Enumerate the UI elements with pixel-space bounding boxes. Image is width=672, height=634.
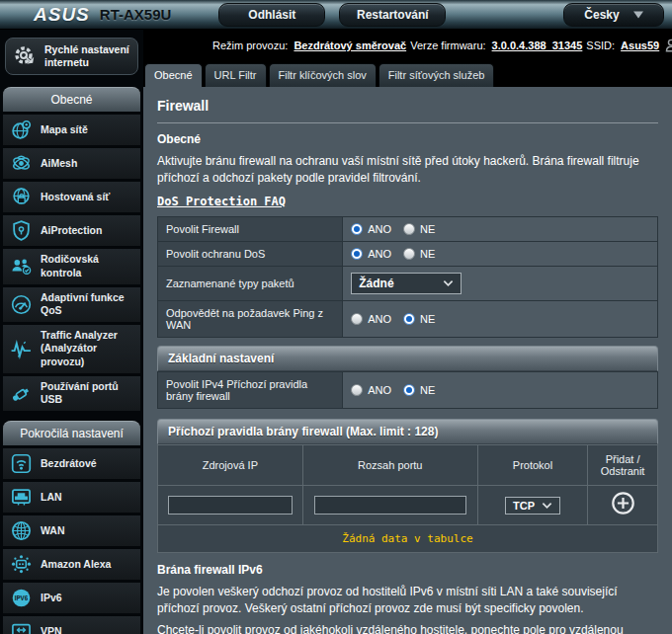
column-header-zdrojov-ip: Zdrojová IP: [158, 444, 303, 485]
column-header-protokol: Protokol: [477, 444, 587, 485]
sidebar-item-mapa-s-t[interactable]: Mapa sítě: [3, 115, 140, 145]
table-row: Zaznamenané typy paketů Žádné: [158, 266, 658, 300]
empty-table-message: Žádná data v tabulce: [158, 524, 658, 552]
sidebar-item-lan[interactable]: LAN: [3, 482, 140, 513]
traffic-analyzer-icon: [8, 338, 34, 360]
column-header-p-idat-odstranit: Přidat / Odstranit: [588, 444, 658, 485]
enable-firewall-no-radio[interactable]: [403, 223, 415, 235]
sidebar-item-label: LAN: [41, 491, 62, 505]
firmware-value-link[interactable]: 3.0.0.4.388_31345: [492, 40, 583, 51]
sidebar-item-label: WAN: [41, 524, 65, 538]
status-icons: [663, 36, 672, 55]
row-label: Povolit Firewall: [158, 216, 343, 241]
sidebar-item-label: Rychlé nastavení internetu: [44, 43, 131, 69]
sidebar-item-label: Rodičovská kontrola: [41, 253, 135, 279]
tab-url-filtr[interactable]: URL Filtr: [205, 63, 267, 87]
yes-label: ANO: [368, 384, 391, 396]
no-label: NE: [420, 384, 435, 396]
sidebar-item-traffic-analyzer-analyz-tor-provozu[interactable]: Traffic Analyzer (Analyzátor provozu): [3, 325, 140, 373]
sidebar-item-label: Hostovaná síť: [41, 191, 110, 204]
network-map-icon: [8, 119, 34, 141]
protocol-select[interactable]: TCP: [505, 497, 560, 515]
ssid-label: SSID:: [586, 40, 615, 51]
sidebar-item-label: Adaptivní funkce QoS: [41, 291, 135, 318]
sidebar-item-ipv6[interactable]: IPV6IPv6: [3, 583, 140, 613]
mode-label: Režim provozu:: [212, 40, 288, 51]
logged-packets-value: Žádné: [359, 277, 393, 290]
sidebar-item-wan[interactable]: WAN: [3, 515, 140, 546]
sidebar-item-aiprotection[interactable]: AiProtection: [3, 215, 140, 246]
quick-setup-gear-icon: [12, 44, 38, 68]
no-label: NE: [420, 248, 435, 260]
asus-logo: ASUS: [34, 4, 90, 26]
source-ip-input[interactable]: [168, 496, 293, 515]
alexa-icon: [8, 553, 34, 576]
sidebar-item-vpn[interactable]: VPN: [3, 616, 140, 634]
chevron-down-icon: [443, 279, 454, 287]
sidebar-item-aimesh[interactable]: AiMesh: [3, 148, 140, 179]
dos-protection-faq-link[interactable]: DoS Protection FAQ: [157, 195, 286, 208]
sidebar-item-label: AiMesh: [41, 157, 77, 171]
chevron-down-icon: [542, 502, 552, 510]
sidebar-item-label: Používání portů USB: [41, 380, 135, 407]
guest-network-icon: [8, 186, 34, 208]
ipv6-icon: IPV6: [8, 587, 34, 609]
router-model: RT-AX59U: [100, 6, 172, 23]
sidebar-item-amazon-alexa[interactable]: Amazon Alexa: [3, 549, 140, 580]
tab-obecn[interactable]: Obecné: [144, 63, 203, 87]
table-row: Odpovědět na požadavek Ping z WAN ANONE: [158, 300, 658, 337]
sidebar-item-adaptivn-funkce-qos[interactable]: Adaptivní funkce QoS: [3, 287, 140, 322]
aiprotection-shield-icon: [8, 219, 34, 242]
ipv4-basic-table: Povolit IPv4 Příchozí pravidla brány fir…: [157, 371, 658, 409]
language-label: Česky: [584, 8, 619, 22]
lan-icon: [8, 486, 34, 509]
column-header-rozsah-portu: Rozsah portu: [302, 444, 477, 485]
sidebar-item-pou-v-n-port-usb[interactable]: Používání portů USB: [3, 376, 140, 411]
enable-firewall-yes-radio[interactable]: [351, 223, 363, 235]
ping-wan-no-radio[interactable]: [403, 313, 415, 325]
logout-button[interactable]: Odhlásit: [218, 3, 325, 27]
language-dropdown[interactable]: Česky: [563, 3, 664, 27]
port-range-input[interactable]: [314, 496, 466, 515]
wireless-icon: [8, 452, 34, 475]
sidebar-item-label: VPN: [41, 625, 62, 634]
rule-input-row: TCP: [158, 485, 658, 524]
empty-table-row: Žádná data v tabulce: [158, 524, 658, 552]
row-label: Odpovědět na požadavek Ping z WAN: [158, 300, 343, 337]
general-description: Aktivujte bránu firewall na ochranu vaší…: [157, 153, 658, 188]
row-label: Povolit ochranu DoS: [158, 241, 343, 266]
sidebar-item-bezdr-tov[interactable]: Bezdrátové: [3, 448, 140, 479]
vpn-icon: [8, 620, 34, 634]
ssid-value-link[interactable]: Asus59: [621, 40, 659, 51]
plus-icon: [611, 504, 635, 518]
firmware-label: Verze firmwaru:: [410, 40, 485, 51]
yes-label: ANO: [368, 248, 391, 260]
tab-filtr-s-ov-ch-slu-eb[interactable]: Filtr síťových služeb: [378, 63, 495, 87]
tab-filtr-kl-ov-ch-slov[interactable]: Filtr klíčových slov: [269, 63, 377, 87]
sidebar-section-title-obecn: Obecné: [3, 87, 140, 112]
no-label: NE: [420, 223, 435, 235]
ipv6-description-2: Chcete-li povolit provoz od jakéhokoli v…: [157, 622, 658, 634]
sidebar-item-label: Bezdrátové: [41, 457, 97, 471]
page-title: Firewall: [157, 87, 658, 123]
mode-value-link[interactable]: Bezdrátový směrovač: [294, 40, 406, 51]
protocol-value: TCP: [513, 500, 535, 512]
top-banner: ASUS RT-AX59U Odhlásit Restartování Česk…: [0, 0, 672, 30]
qos-gauge-icon: [8, 293, 34, 316]
logged-packets-select[interactable]: Žádné: [351, 273, 462, 294]
sidebar-item-quick-internet-setup[interactable]: Rychlé nastavení internetu: [5, 38, 138, 75]
ipv4-inbound-no-radio[interactable]: [403, 384, 415, 396]
add-rule-button[interactable]: [611, 491, 635, 515]
sidebar-item-rodi-ovsk-kontrola[interactable]: Rodičovská kontrola: [3, 249, 140, 283]
enable-dos-yes-radio[interactable]: [351, 248, 363, 260]
enable-dos-no-radio[interactable]: [403, 248, 415, 260]
sidebar-item-hostovan-s[interactable]: Hostovaná síť: [3, 182, 140, 212]
usb-apps-icon: [8, 382, 34, 405]
reboot-button[interactable]: Restartování: [339, 3, 446, 27]
dropdown-triangle-icon: [633, 11, 643, 19]
ipv4-inbound-yes-radio[interactable]: [351, 384, 363, 396]
clients-icon[interactable]: [663, 36, 672, 55]
inbound-rules-header: Příchozí pravidla brány firewall (Max. l…: [157, 419, 658, 444]
ping-wan-yes-radio[interactable]: [351, 313, 363, 325]
firewall-content: Firewall Obecné Aktivujte bránu firewall…: [143, 87, 672, 634]
